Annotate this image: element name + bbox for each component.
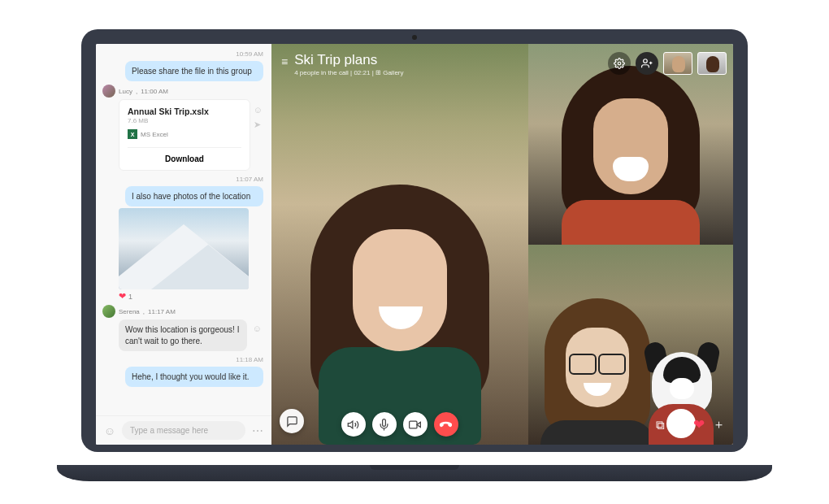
video-tile[interactable] [528, 44, 733, 245]
heart-reaction-button[interactable]: ❤ [693, 416, 705, 433]
video-call-area: ≡ Ski Trip plans 4 people in the call | … [271, 44, 733, 445]
file-size: 7.6 MB [128, 117, 241, 124]
participant-video [549, 66, 712, 245]
emoji-react-icon[interactable]: ☺ [253, 323, 262, 335]
outgoing-message[interactable]: Hehe, I thought you would like it. [125, 367, 263, 387]
file-app: MS Excel [141, 131, 168, 138]
camera-button[interactable] [403, 412, 428, 437]
svg-rect-2 [410, 421, 417, 428]
call-header-right [608, 52, 727, 75]
video-tile-main[interactable]: ≡ Ski Trip plans 4 people in the call | … [271, 44, 528, 445]
laptop-frame: 10:59 AM Please share the file in this g… [57, 29, 772, 475]
download-button[interactable]: Download [128, 147, 241, 163]
video-tile[interactable]: ⧉ ⛶ ❤ ＋ [528, 245, 733, 445]
video-side-column: ⧉ ⛶ ❤ ＋ [528, 44, 733, 445]
sender-row: Lucy, 11:00 AM [102, 85, 265, 98]
add-reaction-icon[interactable]: ＋ [713, 417, 725, 432]
mountain-illustration [151, 245, 249, 289]
chat-scroll[interactable]: 10:59 AM Please share the file in this g… [96, 44, 271, 415]
pip-icon[interactable]: ⧉ [656, 418, 665, 432]
chat-panel: 10:59 AM Please share the file in this g… [96, 44, 271, 445]
emoji-react-icon[interactable]: ☺ [254, 105, 263, 115]
file-name: Annual Ski Trip.xslx [128, 106, 241, 116]
menu-icon[interactable]: ≡ [281, 55, 288, 68]
phone-hangup-icon [440, 419, 452, 431]
speaker-icon [347, 419, 359, 431]
svg-point-3 [618, 62, 621, 65]
file-attachment-card[interactable]: Annual Ski Trip.xslx 7.6 MB X MS Excel D… [119, 99, 250, 171]
avatar[interactable] [102, 85, 115, 98]
hangup-button[interactable] [434, 412, 458, 437]
reaction-row[interactable]: ❤ 1 [119, 291, 263, 302]
call-header: ≡ Ski Trip plans 4 people in the call | … [281, 52, 404, 76]
avatar[interactable] [102, 305, 115, 318]
participant-video [294, 185, 506, 445]
mic-icon [378, 419, 390, 431]
sender-time: 11:00 AM [141, 88, 168, 95]
heart-icon: ❤ [119, 291, 126, 302]
call-subtitle: 4 people in the call | 02:21 | ⊞ Gallery [294, 69, 403, 76]
photo-attachment[interactable] [119, 208, 249, 289]
add-participant-button[interactable] [636, 52, 658, 75]
gear-icon [614, 58, 625, 69]
mic-button[interactable] [372, 412, 397, 437]
add-user-icon [641, 58, 653, 69]
emoji-picker-icon[interactable]: ☺ [102, 424, 117, 437]
camera-icon [409, 419, 421, 431]
sender-time: 11:17 AM [148, 308, 176, 315]
reaction-count: 1 [128, 293, 132, 301]
timestamp: 11:18 AM [101, 354, 267, 365]
message-input[interactable]: Type a message here [122, 421, 245, 440]
laptop-bezel: 10:59 AM Please share the file in this g… [81, 29, 748, 452]
sender-name: Serena [119, 308, 140, 315]
excel-icon: X [128, 129, 137, 139]
settings-button[interactable] [608, 52, 631, 75]
svg-point-4 [644, 59, 648, 63]
expand-icon[interactable]: ⛶ [673, 418, 685, 432]
reaction-controls: ⧉ ⛶ ❤ ＋ [656, 416, 725, 433]
file-type-row: X MS Excel [128, 129, 241, 139]
message-text: Wow this location is gorgeous! I can't w… [125, 325, 239, 345]
message-composer: ☺ Type a message here ⋯ [96, 415, 271, 445]
self-view-thumbnail[interactable] [697, 52, 727, 75]
app-window: 10:59 AM Please share the file in this g… [96, 44, 733, 445]
participant-thumbnail[interactable] [663, 52, 692, 75]
laptop-base [57, 465, 772, 481]
outgoing-message[interactable]: Please share the file in this group [125, 61, 263, 81]
svg-marker-0 [349, 421, 354, 428]
incoming-message[interactable]: Wow this location is gorgeous! I can't w… [119, 319, 247, 351]
card-actions: ☺ ➤ [254, 105, 263, 130]
call-title: Ski Trip plans [294, 52, 403, 68]
webcam-dot [412, 35, 417, 40]
forward-icon[interactable]: ➤ [254, 119, 263, 130]
sender-row: Serena, 11:17 AM [102, 305, 265, 318]
timestamp: 10:59 AM [101, 49, 267, 59]
more-icon[interactable]: ⋯ [250, 424, 265, 437]
speaker-button[interactable] [341, 412, 366, 437]
outgoing-message[interactable]: I also have photos of the location [125, 186, 263, 206]
call-controls [271, 412, 528, 437]
timestamp: 11:07 AM [101, 174, 267, 185]
svg-marker-1 [417, 422, 420, 427]
sender-name: Lucy [119, 88, 132, 95]
